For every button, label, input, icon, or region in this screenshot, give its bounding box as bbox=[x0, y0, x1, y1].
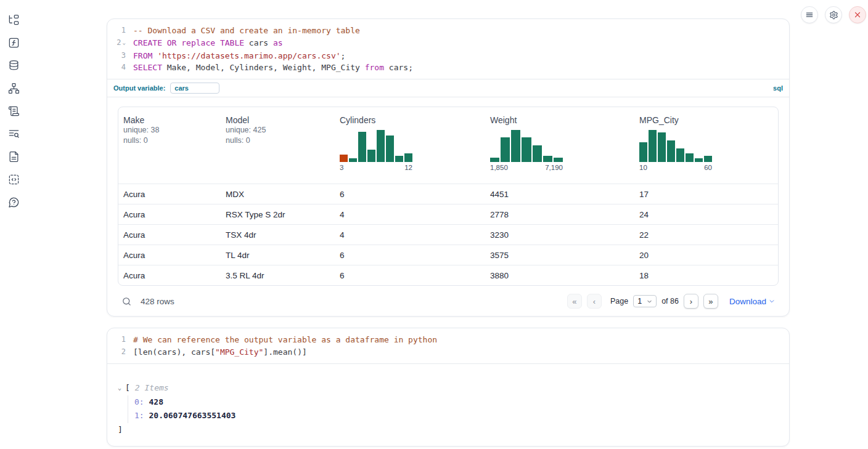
table-cell: TSX 4dr bbox=[221, 230, 335, 240]
tree-items: 0: 4281: 20.060747663551403 bbox=[128, 395, 779, 423]
table-cell: 2778 bbox=[485, 210, 634, 219]
histogram-bar bbox=[386, 136, 394, 162]
code-token: 'https://datasets.marimo.app/cars.csv' bbox=[157, 51, 340, 60]
axis-max-label: 7,190 bbox=[545, 164, 563, 171]
code-token: from bbox=[365, 63, 384, 72]
table-row: Acura3.5 RL 4dr6388018 bbox=[118, 265, 778, 285]
code-line: 2[len(cars), cars["MPG_City"].mean()] bbox=[107, 346, 789, 358]
table-cell: 4451 bbox=[485, 190, 634, 199]
page-select[interactable]: 1 bbox=[633, 295, 657, 307]
column-header[interactable]: MPG_City1060 bbox=[634, 107, 778, 175]
text-search-icon[interactable] bbox=[8, 128, 20, 140]
histogram-bar bbox=[367, 150, 375, 162]
table-cell: 3575 bbox=[485, 251, 634, 260]
database-icon[interactable] bbox=[8, 60, 20, 71]
output-variable-input[interactable] bbox=[170, 83, 219, 94]
histogram-bar bbox=[377, 130, 385, 162]
histogram-bar bbox=[358, 132, 366, 162]
column-header[interactable]: Modelunique: 425nulls: 0 bbox=[221, 107, 335, 149]
histogram-bar bbox=[686, 153, 694, 163]
download-button[interactable]: Download bbox=[729, 297, 775, 306]
column-header[interactable]: Weight1,8507,190 bbox=[485, 107, 634, 175]
document-icon[interactable] bbox=[8, 151, 20, 163]
histogram-bars bbox=[340, 130, 412, 162]
table-cell: Acura bbox=[118, 190, 221, 199]
menu-button[interactable] bbox=[801, 6, 818, 23]
table-cell: Acura bbox=[118, 230, 221, 240]
table-cell: 18 bbox=[634, 271, 778, 280]
column-header[interactable]: Cylinders312 bbox=[335, 107, 485, 175]
tree-head[interactable]: ⌄ [ 2 Items bbox=[118, 382, 779, 394]
column-histogram: 1,8507,190 bbox=[490, 130, 563, 171]
file-tree-icon[interactable] bbox=[8, 14, 20, 26]
code-text: CREATE OR replace TABLE cars as bbox=[128, 37, 283, 50]
search-icon[interactable] bbox=[121, 296, 132, 307]
line-number: 2 bbox=[107, 346, 128, 358]
histogram-bar bbox=[554, 158, 563, 162]
table-cell: 6 bbox=[335, 251, 485, 260]
help-chat-icon[interactable] bbox=[8, 196, 20, 208]
dependency-graph-icon[interactable] bbox=[8, 83, 20, 94]
code-token: TABLE bbox=[220, 38, 244, 47]
table-cell: 3.5 RL 4dr bbox=[221, 271, 335, 280]
chevron-down-icon bbox=[647, 299, 652, 304]
last-page-button[interactable]: » bbox=[703, 294, 718, 309]
first-page-button[interactable]: « bbox=[567, 294, 582, 309]
code-token bbox=[215, 38, 220, 47]
code-text: FROM 'https://datasets.marimo.app/cars.c… bbox=[128, 50, 345, 62]
histogram-bar bbox=[639, 142, 647, 162]
settings-button[interactable] bbox=[825, 6, 842, 23]
code-text: [len(cars), cars["MPG_City"].mean()] bbox=[128, 346, 307, 358]
code-token: ].mean()] bbox=[263, 347, 306, 357]
collapse-caret-icon[interactable]: ⌄ bbox=[118, 382, 125, 394]
table-row: AcuraMDX6445117 bbox=[118, 184, 778, 204]
code-token: ; bbox=[341, 51, 346, 60]
table-cell: RSX Type S 2dr bbox=[221, 210, 335, 219]
prev-page-button[interactable]: ‹ bbox=[587, 294, 602, 309]
line-number: 3 bbox=[107, 50, 128, 62]
histogram-bar bbox=[395, 156, 403, 162]
column-title: Make bbox=[123, 115, 216, 125]
language-badge: sql bbox=[773, 84, 783, 92]
table-cell: Acura bbox=[118, 251, 221, 260]
axis-min-label: 1,850 bbox=[490, 164, 508, 171]
close-button[interactable] bbox=[849, 6, 866, 23]
tree-item-key: 1: bbox=[134, 411, 144, 420]
function-square-icon[interactable] bbox=[8, 37, 20, 49]
axis-min-label: 10 bbox=[639, 164, 647, 171]
code-token: # We can reference the output variable a… bbox=[133, 335, 437, 344]
table-cell: 6 bbox=[335, 190, 485, 199]
scroll-logs-icon[interactable] bbox=[8, 105, 20, 117]
code-token: SELECT bbox=[133, 63, 162, 72]
code-token: replace bbox=[181, 38, 215, 47]
snippets-icon[interactable] bbox=[8, 174, 20, 185]
code-token: Make, Model, Cylinders, Weight, MPG_City bbox=[162, 63, 365, 72]
code-token bbox=[152, 51, 157, 60]
code-text: SELECT Make, Model, Cylinders, Weight, M… bbox=[128, 62, 413, 74]
histogram-bars bbox=[490, 130, 563, 162]
column-header[interactable]: Makeunique: 38nulls: 0 bbox=[118, 107, 221, 149]
gear-icon bbox=[829, 10, 838, 20]
sql-code-editor[interactable]: 1-- Download a CSV and create an in-memo… bbox=[107, 19, 789, 79]
column-title: Model bbox=[226, 115, 330, 125]
histogram-bar bbox=[543, 156, 552, 162]
output-variable-label: Output variable: bbox=[113, 84, 165, 92]
line-number: 1 bbox=[107, 334, 128, 346]
axis-max-label: 12 bbox=[404, 164, 412, 171]
table-cell: Acura bbox=[118, 210, 221, 219]
sql-meta-row: Output variable: sql bbox=[107, 79, 789, 97]
download-label: Download bbox=[729, 297, 766, 306]
axis-min-label: 3 bbox=[340, 164, 343, 171]
menu-icon bbox=[805, 10, 814, 19]
column-title: Weight bbox=[490, 115, 629, 125]
histogram-bar bbox=[501, 137, 510, 163]
code-token: "MPG_City" bbox=[215, 347, 263, 357]
table-header-row: Makeunique: 38nulls: 0Modelunique: 425nu… bbox=[118, 107, 778, 184]
axis-max-label: 60 bbox=[704, 164, 712, 171]
next-page-button[interactable]: › bbox=[684, 294, 698, 309]
python-code-editor[interactable]: 1# We can reference the output variable … bbox=[107, 328, 789, 363]
code-line: 1# We can reference the output variable … bbox=[107, 334, 789, 346]
fold-chevron-icon[interactable]: ⌄ bbox=[123, 37, 126, 49]
row-count: 428 rows bbox=[141, 297, 174, 306]
code-token: cars; bbox=[384, 63, 413, 72]
